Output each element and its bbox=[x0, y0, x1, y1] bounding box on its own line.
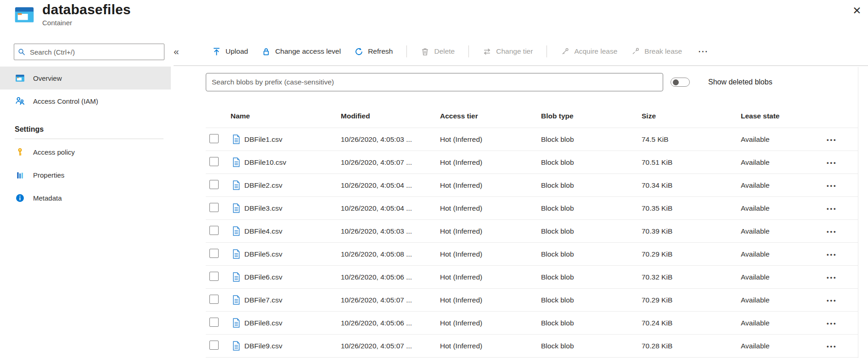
blob-name-cell[interactable]: DBFile9.csv bbox=[229, 341, 339, 351]
key-icon bbox=[15, 147, 25, 157]
modified-cell: 10/26/2020, 4:05:07 ... bbox=[339, 342, 438, 350]
toolbar-separator bbox=[468, 45, 469, 57]
break-lease-button: Break lease bbox=[631, 47, 682, 56]
change-tier-label: Change tier bbox=[496, 47, 533, 56]
row-checkbox[interactable] bbox=[209, 134, 219, 143]
column-header-lease-state: Lease state bbox=[739, 112, 827, 120]
more-commands-button[interactable]: ⋯ bbox=[696, 47, 710, 56]
blob-name-cell[interactable]: DBFile10.csv bbox=[229, 157, 339, 167]
delete-button: Delete bbox=[421, 47, 455, 56]
blob-type-cell: Block blob bbox=[539, 273, 640, 281]
modified-cell: 10/26/2020, 4:05:06 ... bbox=[339, 319, 438, 327]
container-icon bbox=[14, 5, 35, 26]
sidebar-item-access-control[interactable]: Access Control (IAM) bbox=[0, 90, 171, 112]
sidebar-nav: Overview Access Control (IAM) Settings bbox=[0, 67, 171, 209]
table-row: DBFile1.csv 10/26/2020, 4:05:03 ... Hot … bbox=[206, 128, 858, 151]
lease-state-cell: Available bbox=[739, 342, 827, 350]
command-bar: Upload Change access level Refresh bbox=[212, 41, 710, 62]
row-menu-icon[interactable]: ••• bbox=[827, 159, 837, 166]
blob-type-cell: Block blob bbox=[539, 342, 640, 350]
sidebar-item-overview[interactable]: Overview bbox=[0, 67, 171, 90]
row-checkbox[interactable] bbox=[209, 157, 219, 166]
row-menu-icon[interactable]: ••• bbox=[827, 320, 837, 327]
scrollbar-track[interactable] bbox=[858, 67, 858, 358]
lease-state-cell: Available bbox=[739, 273, 827, 281]
blob-name-cell[interactable]: DBFile6.csv bbox=[229, 272, 339, 282]
sidebar-item-metadata[interactable]: Metadata bbox=[0, 186, 171, 209]
blob-type-cell: Block blob bbox=[539, 227, 640, 235]
blob-prefix-search-input[interactable] bbox=[206, 73, 663, 91]
row-menu-icon[interactable]: ••• bbox=[827, 343, 837, 350]
blob-type-cell: Block blob bbox=[539, 296, 640, 304]
row-menu-icon[interactable]: ••• bbox=[827, 136, 837, 143]
size-cell: 70.39 KiB bbox=[640, 227, 739, 235]
size-cell: 70.24 KiB bbox=[640, 319, 739, 327]
acquire-lease-label: Acquire lease bbox=[574, 47, 617, 56]
refresh-button[interactable]: Refresh bbox=[355, 47, 393, 56]
access-tier-cell: Hot (Inferred) bbox=[438, 158, 539, 167]
column-header-modified: Modified bbox=[339, 112, 438, 120]
page-title: databasefiles bbox=[42, 2, 131, 17]
table-row: DBFile3.csv 10/26/2020, 4:05:04 ... Hot … bbox=[206, 197, 858, 220]
blob-name-cell[interactable]: DBFile7.csv bbox=[229, 295, 339, 305]
column-header-access-tier: Access tier bbox=[438, 112, 539, 120]
blob-name-cell[interactable]: DBFile8.csv bbox=[229, 318, 339, 328]
row-menu-icon[interactable]: ••• bbox=[827, 205, 837, 212]
search-icon bbox=[18, 48, 26, 56]
show-deleted-blobs-toggle[interactable] bbox=[671, 78, 690, 87]
container-icon bbox=[15, 73, 25, 83]
modified-cell: 10/26/2020, 4:05:07 ... bbox=[339, 296, 438, 304]
trash-icon bbox=[421, 47, 429, 56]
table-row: DBFile2.csv 10/26/2020, 4:05:04 ... Hot … bbox=[206, 174, 858, 197]
collapse-sidebar-button[interactable]: « bbox=[171, 45, 182, 58]
blob-name-cell[interactable]: DBFile4.csv bbox=[229, 226, 339, 236]
blob-name: DBFile7.csv bbox=[244, 296, 282, 304]
row-checkbox[interactable] bbox=[209, 341, 219, 350]
row-checkbox[interactable] bbox=[209, 203, 219, 212]
size-cell: 74.5 KiB bbox=[640, 135, 739, 144]
sidebar-section-settings: Settings bbox=[0, 123, 171, 136]
toolbar-divider bbox=[174, 65, 868, 66]
blob-name: DBFile1.csv bbox=[244, 135, 282, 144]
row-menu-icon[interactable]: ••• bbox=[827, 228, 837, 235]
upload-button[interactable]: Upload bbox=[212, 47, 248, 56]
table-row: DBFile9.csv 10/26/2020, 4:05:07 ... Hot … bbox=[206, 335, 858, 358]
blob-type-cell: Block blob bbox=[539, 135, 640, 144]
file-icon bbox=[232, 226, 240, 236]
table-header-row: Name Modified Access tier Blob type Size… bbox=[206, 105, 858, 128]
modified-cell: 10/26/2020, 4:05:04 ... bbox=[339, 181, 438, 190]
row-checkbox[interactable] bbox=[209, 180, 219, 189]
row-menu-icon[interactable]: ••• bbox=[827, 182, 837, 189]
file-icon bbox=[232, 318, 240, 328]
row-checkbox[interactable] bbox=[209, 272, 219, 281]
lease-state-cell: Available bbox=[739, 181, 827, 190]
lease-state-cell: Available bbox=[739, 204, 827, 213]
blob-name-cell[interactable]: DBFile1.csv bbox=[229, 134, 339, 144]
table-row: DBFile8.csv 10/26/2020, 4:05:06 ... Hot … bbox=[206, 312, 858, 335]
sidebar-item-label: Metadata bbox=[33, 194, 62, 202]
row-checkbox[interactable] bbox=[209, 226, 219, 235]
size-cell: 70.29 KiB bbox=[640, 250, 739, 258]
blob-type-cell: Block blob bbox=[539, 181, 640, 190]
blob-name-cell[interactable]: DBFile3.csv bbox=[229, 203, 339, 213]
table-row: DBFile7.csv 10/26/2020, 4:05:07 ... Hot … bbox=[206, 289, 858, 312]
row-menu-icon[interactable]: ••• bbox=[827, 297, 837, 304]
row-menu-icon[interactable]: ••• bbox=[827, 274, 837, 281]
sidebar-search-input[interactable] bbox=[29, 48, 160, 56]
row-checkbox[interactable] bbox=[209, 249, 219, 258]
close-icon[interactable]: ✕ bbox=[849, 3, 865, 18]
sidebar-item-properties[interactable]: Properties bbox=[0, 163, 171, 186]
row-menu-icon[interactable]: ••• bbox=[827, 251, 837, 258]
row-checkbox[interactable] bbox=[209, 295, 219, 304]
sidebar-item-access-policy[interactable]: Access policy bbox=[0, 140, 171, 163]
access-tier-cell: Hot (Inferred) bbox=[438, 342, 539, 350]
change-access-level-button[interactable]: Change access level bbox=[262, 47, 341, 56]
size-cell: 70.28 KiB bbox=[640, 342, 739, 350]
table-row: DBFile10.csv 10/26/2020, 4:05:07 ... Hot… bbox=[206, 151, 858, 174]
modified-cell: 10/26/2020, 4:05:04 ... bbox=[339, 204, 438, 213]
file-icon bbox=[232, 180, 240, 190]
row-checkbox[interactable] bbox=[209, 318, 219, 327]
blob-name-cell[interactable]: DBFile2.csv bbox=[229, 180, 339, 190]
blob-name-cell[interactable]: DBFile5.csv bbox=[229, 249, 339, 259]
lease-state-cell: Available bbox=[739, 158, 827, 167]
